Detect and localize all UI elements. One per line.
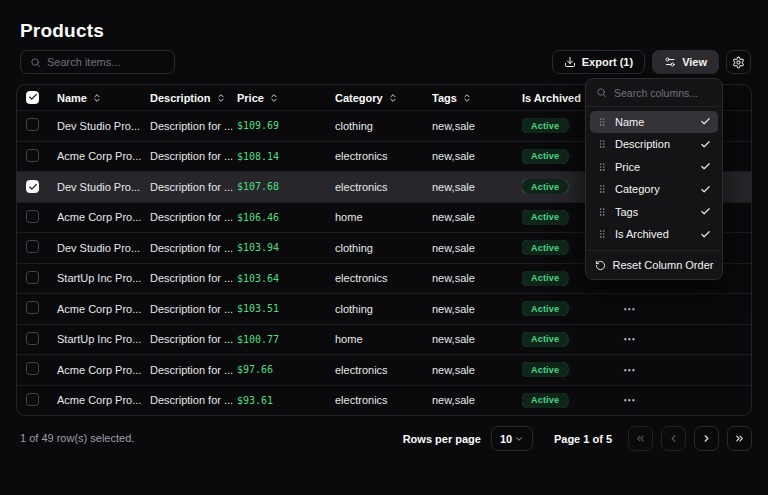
row-checkbox[interactable] (26, 301, 39, 314)
reset-column-order-button[interactable]: Reset Column Order (586, 251, 722, 279)
drag-handle-icon[interactable] (597, 206, 607, 218)
table-row[interactable]: Acme Corp Pro... Description for ... $10… (17, 293, 751, 324)
view-menu-item-label: Is Archived (615, 228, 692, 240)
gear-icon (732, 56, 745, 69)
column-header-label: Description (150, 92, 211, 104)
search-columns-input[interactable] (614, 87, 712, 99)
cell-tags: new,sale (432, 272, 522, 284)
cell-category: home (335, 211, 432, 223)
select-all-checkbox[interactable] (26, 91, 39, 104)
next-page-button[interactable] (694, 426, 719, 451)
cell-price: $100.77 (237, 334, 335, 345)
cell-price: $97.66 (237, 364, 335, 375)
status-badge: Active (522, 393, 568, 408)
chevrons-right-icon (734, 433, 745, 444)
cell-description: Description for ... (150, 333, 237, 345)
last-page-button[interactable] (727, 426, 752, 451)
cell-category: clothing (335, 242, 432, 254)
column-header-price[interactable]: Price (237, 92, 335, 104)
check-icon (700, 161, 711, 172)
reset-column-order-label: Reset Column Order (613, 259, 714, 271)
sort-icon[interactable] (462, 93, 472, 103)
column-header-tags[interactable]: Tags (432, 92, 522, 104)
sort-icon[interactable] (92, 93, 102, 103)
search-items-input[interactable] (47, 56, 165, 68)
row-actions-button[interactable]: ⋯ (615, 363, 636, 377)
view-menu-item-price[interactable]: Price (590, 156, 718, 178)
cell-tags: new,sale (432, 211, 522, 223)
cell-description: Description for ... (150, 394, 237, 406)
download-icon (564, 56, 576, 68)
sort-icon[interactable] (269, 93, 279, 103)
rows-per-page-value: 10 (500, 433, 512, 445)
view-menu-list: Name Description Price Category Tags Is … (586, 107, 722, 250)
column-header-label: Price (237, 92, 264, 104)
page-indicator: Page 1 of 5 (554, 433, 612, 445)
export-button[interactable]: Export (1) (552, 50, 645, 74)
view-menu-item-is-archived[interactable]: Is Archived (590, 224, 718, 246)
row-checkbox[interactable] (26, 149, 39, 162)
settings-button[interactable] (726, 50, 751, 74)
cell-tags: new,sale (432, 242, 522, 254)
cell-price: $103.94 (237, 242, 335, 253)
search-items-box[interactable] (20, 50, 175, 74)
sort-icon[interactable] (216, 93, 226, 103)
check-icon (700, 184, 711, 195)
column-header-name[interactable]: Name (57, 92, 150, 104)
table-row[interactable]: StartUp Inc Pro... Description for ... $… (17, 324, 751, 355)
cell-tags: new,sale (432, 181, 522, 193)
row-checkbox[interactable] (26, 393, 39, 406)
cell-name: StartUp Inc Pro... (57, 272, 150, 284)
chevron-right-icon (701, 433, 712, 444)
search-columns-box[interactable] (586, 79, 722, 107)
cell-price: $93.61 (237, 395, 335, 406)
column-header-description[interactable]: Description (150, 92, 237, 104)
check-icon (700, 139, 711, 150)
cell-tags: new,sale (432, 150, 522, 162)
status-badge: Active (522, 118, 568, 133)
rows-per-page-label: Rows per page (403, 433, 481, 445)
row-checkbox[interactable] (26, 118, 39, 131)
table-row[interactable]: Acme Corp Pro... Description for ... $93… (17, 385, 751, 416)
drag-handle-icon[interactable] (597, 138, 607, 150)
cell-category: electronics (335, 364, 432, 376)
row-checkbox[interactable] (26, 180, 39, 193)
search-icon (596, 87, 607, 98)
row-checkbox[interactable] (26, 271, 39, 284)
row-checkbox[interactable] (26, 240, 39, 253)
table-row[interactable]: Acme Corp Pro... Description for ... $97… (17, 354, 751, 385)
view-button[interactable]: View (652, 50, 719, 74)
status-badge: Active (522, 149, 568, 164)
sort-icon[interactable] (388, 93, 398, 103)
row-checkbox[interactable] (26, 332, 39, 345)
column-header-category[interactable]: Category (335, 92, 432, 104)
rows-per-page-select[interactable]: 10 (491, 426, 533, 451)
cell-price: $103.51 (237, 303, 335, 314)
view-menu-item-label: Tags (615, 206, 692, 218)
drag-handle-icon[interactable] (597, 161, 607, 173)
row-actions-button[interactable]: ⋯ (615, 302, 636, 316)
cell-description: Description for ... (150, 303, 237, 315)
view-menu-item-name[interactable]: Name (590, 111, 718, 133)
status-badge: Active (522, 210, 568, 225)
status-badge: Active (522, 301, 568, 316)
cell-name: Dev Studio Pro... (57, 120, 150, 132)
row-checkbox[interactable] (26, 362, 39, 375)
check-icon (700, 229, 711, 240)
row-checkbox[interactable] (26, 210, 39, 223)
cell-description: Description for ... (150, 120, 237, 132)
prev-page-button[interactable] (661, 426, 686, 451)
drag-handle-icon[interactable] (597, 183, 607, 195)
view-menu-item-description[interactable]: Description (590, 134, 718, 156)
row-actions-button[interactable]: ⋯ (615, 332, 636, 346)
status-badge: Active (522, 179, 568, 194)
view-menu-item-tags[interactable]: Tags (590, 201, 718, 223)
drag-handle-icon[interactable] (597, 116, 607, 128)
row-actions-button[interactable]: ⋯ (615, 393, 636, 407)
view-button-label: View (682, 56, 707, 68)
first-page-button[interactable] (628, 426, 653, 451)
view-menu-item-category[interactable]: Category (590, 179, 718, 201)
cell-description: Description for ... (150, 181, 237, 193)
drag-handle-icon[interactable] (597, 228, 607, 240)
page-title: Products (20, 20, 104, 42)
